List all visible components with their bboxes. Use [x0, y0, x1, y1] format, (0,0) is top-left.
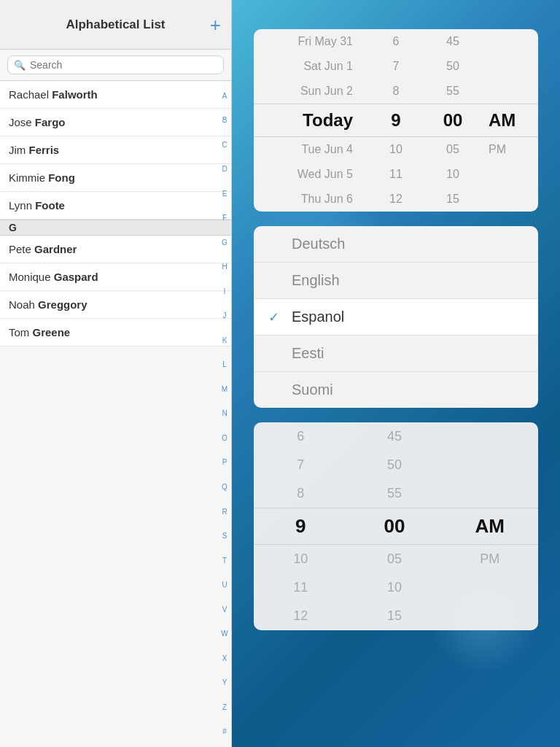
- picker2-row: 10 05 PM: [254, 545, 538, 574]
- contact-last: Ferris: [29, 144, 60, 156]
- picker-row: Sun Jun 2 8 55: [254, 79, 538, 104]
- alpha-b[interactable]: B: [222, 117, 228, 124]
- contact-last: Falworth: [52, 88, 98, 101]
- language-label: Deutsch: [292, 236, 345, 252]
- language-label: Eesti: [292, 345, 324, 362]
- alpha-u[interactable]: U: [222, 581, 227, 589]
- min-cell: 05: [348, 545, 442, 574]
- alpha-t[interactable]: T: [222, 557, 227, 565]
- picker2-selected-row[interactable]: 9 00 AM: [254, 508, 538, 545]
- search-input[interactable]: [30, 59, 217, 71]
- ampm-cell: [441, 479, 538, 508]
- alphabet-sidebar: A B C D E F G H I J K L M N O P Q R S T …: [218, 81, 231, 747]
- contact-last: Gaspard: [54, 271, 98, 283]
- list-title: Alphabetical List: [66, 18, 165, 32]
- language-option-suomi[interactable]: Suomi: [254, 372, 538, 408]
- ampm-cell: [441, 602, 538, 630]
- ampm-cell: [481, 54, 538, 79]
- alpha-h[interactable]: H: [222, 263, 227, 271]
- hour-cell: 11: [254, 573, 348, 602]
- picker-selected-row[interactable]: Today 9 00 AM: [254, 104, 538, 137]
- list-item[interactable]: Tom Greene: [0, 319, 231, 347]
- search-icon: 🔍: [14, 60, 26, 71]
- alpha-s[interactable]: S: [222, 533, 228, 540]
- alpha-c[interactable]: C: [222, 142, 227, 149]
- check-espanol: ✓: [268, 309, 283, 325]
- list-item[interactable]: Noah Greggory: [0, 291, 231, 319]
- list-item[interactable]: Rachael Falworth: [0, 81, 231, 109]
- alpha-f[interactable]: F: [222, 214, 227, 222]
- title-normal: Alphabetical: [66, 18, 143, 31]
- alpha-a[interactable]: A: [222, 93, 228, 100]
- ampm-cell: AM: [481, 104, 538, 137]
- min-cell: 15: [348, 602, 442, 630]
- contact-first: Pete: [9, 243, 34, 255]
- alpha-o[interactable]: O: [222, 435, 228, 442]
- alpha-n[interactable]: N: [222, 410, 227, 417]
- picker2-row: 11 10: [254, 573, 538, 602]
- alpha-p[interactable]: P: [222, 459, 228, 466]
- min-cell: 00: [348, 508, 442, 545]
- alpha-z[interactable]: Z: [222, 704, 227, 711]
- alpha-j[interactable]: J: [223, 312, 227, 320]
- alpha-w[interactable]: W: [221, 630, 228, 638]
- alpha-x[interactable]: X: [222, 655, 228, 662]
- date-cell: Thu Jun 6: [254, 187, 368, 212]
- time-picker-1[interactable]: Fri May 31 6 45 Sat Jun 1 7 50 Sun Jun 2…: [254, 29, 538, 212]
- list-item[interactable]: Monique Gaspard: [0, 263, 231, 291]
- alpha-y[interactable]: Y: [222, 679, 228, 686]
- hour-cell: 8: [254, 479, 348, 508]
- section-header-g: G: [0, 220, 231, 236]
- alpha-v[interactable]: V: [222, 606, 228, 614]
- right-panel: Fri May 31 6 45 Sat Jun 1 7 50 Sun Jun 2…: [232, 0, 560, 747]
- language-option-eesti[interactable]: Eesti: [254, 336, 538, 372]
- language-option-espanol[interactable]: ✓ Espanol: [254, 299, 538, 336]
- hour-cell: 11: [368, 162, 424, 187]
- alpha-hash[interactable]: #: [222, 728, 227, 735]
- min-cell: 10: [424, 162, 481, 187]
- alpha-l[interactable]: L: [222, 361, 227, 368]
- language-option-deutsch[interactable]: Deutsch: [254, 226, 538, 263]
- hour-cell: 7: [368, 54, 424, 79]
- picker2-row: 7 50: [254, 451, 538, 479]
- search-input-wrap[interactable]: 🔍: [7, 55, 224, 74]
- contact-first: Jim: [9, 144, 29, 156]
- alpha-r[interactable]: R: [222, 508, 227, 516]
- list-item[interactable]: Jose Fargo: [0, 109, 231, 136]
- time-picker-2[interactable]: 6 45 7 50 8 55 9 00 AM 10 05: [254, 422, 538, 630]
- list-item[interactable]: Jim Ferris: [0, 136, 231, 164]
- alpha-m[interactable]: M: [222, 386, 228, 393]
- check-eesti: [268, 346, 283, 361]
- hour-cell: 6: [254, 422, 348, 451]
- left-panel: Alphabetical List + 🔍 Rachael Falworth J…: [0, 0, 232, 747]
- picker-row: Fri May 31 6 45: [254, 29, 538, 54]
- list-item[interactable]: Lynn Foote: [0, 192, 231, 220]
- language-picker[interactable]: Deutsch English ✓ Espanol Eesti Suomi: [254, 226, 538, 408]
- ampm-cell: [441, 422, 538, 451]
- hour-cell: 9: [254, 508, 348, 545]
- alpha-d[interactable]: D: [222, 166, 227, 173]
- hour-cell: 6: [368, 29, 424, 54]
- add-button[interactable]: +: [210, 15, 221, 34]
- alpha-e[interactable]: E: [222, 190, 228, 198]
- picker-row: Wed Jun 5 11 10: [254, 162, 538, 187]
- alpha-i[interactable]: I: [224, 288, 226, 295]
- language-label: Suomi: [292, 382, 333, 398]
- picker2-row: 8 55: [254, 479, 538, 508]
- contact-last: Greene: [33, 326, 71, 338]
- date-cell: Tue Jun 4: [254, 137, 368, 163]
- list-item[interactable]: Kimmie Fong: [0, 164, 231, 192]
- min-cell: 55: [424, 79, 481, 104]
- min-cell: 55: [348, 479, 442, 508]
- alpha-g[interactable]: G: [222, 239, 228, 247]
- alpha-q[interactable]: Q: [222, 484, 228, 491]
- list-header: Alphabetical List +: [0, 0, 231, 50]
- min-cell: 15: [424, 187, 481, 212]
- alpha-k[interactable]: K: [222, 337, 228, 344]
- hour-cell: 10: [254, 545, 348, 574]
- list-item[interactable]: Pete Gardner: [0, 236, 231, 263]
- language-option-english[interactable]: English: [254, 263, 538, 299]
- contact-last: Fargo: [35, 116, 66, 128]
- picker2-row: 12 15: [254, 602, 538, 630]
- contact-first: Noah: [9, 298, 38, 311]
